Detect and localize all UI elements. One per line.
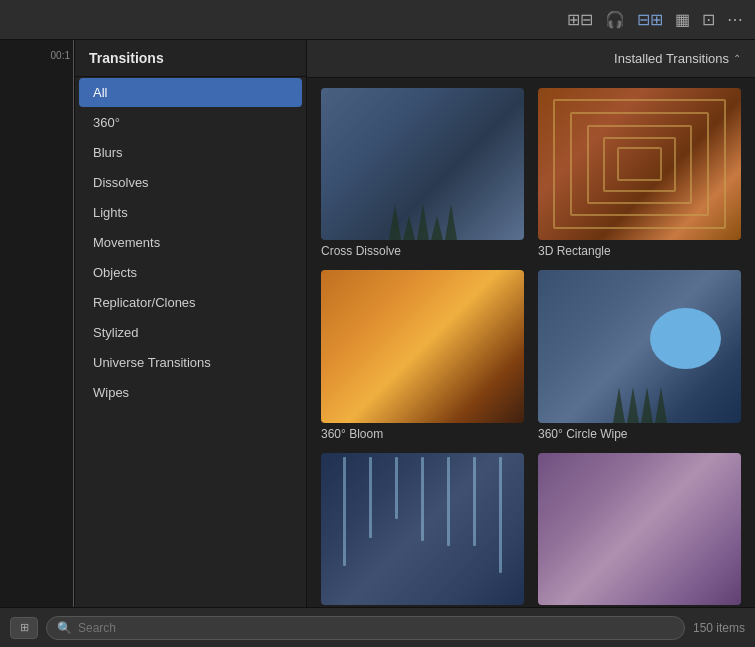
grid-label-360-circle-wipe: 360° Circle Wipe <box>538 427 741 441</box>
library-icon: ⊞ <box>20 621 29 634</box>
toolbar: ⊞⊟ 🎧 ⊟⊞ ▦ ⊡ ⋯ <box>0 0 755 40</box>
search-icon: 🔍 <box>57 621 72 635</box>
installed-label-text: Installed Transitions <box>614 51 729 66</box>
toolbar-icon-film[interactable]: ▦ <box>675 10 690 29</box>
sidebar-item-universe[interactable]: Universe Transitions <box>79 348 302 377</box>
toolbar-icon-expand[interactable]: ⋯ <box>727 10 743 29</box>
grid-label-3d-rectangle: 3D Rectangle <box>538 244 741 258</box>
track-line <box>73 40 74 607</box>
sidebar-list: All360°BlursDissolvesLightsMovementsObje… <box>75 77 306 607</box>
toolbar-icon-headphones[interactable]: 🎧 <box>605 10 625 29</box>
grid-item-cross-dissolve[interactable]: Cross Dissolve <box>321 88 524 258</box>
sidebar-item-360[interactable]: 360° <box>79 108 302 137</box>
thumbnail-360-circle-wipe <box>538 270 741 422</box>
grid-item-360-gaussian-blur[interactable]: 360° Gaussian Blur <box>538 453 741 608</box>
chevron-down-icon: ⌃ <box>733 53 741 64</box>
sidebar-item-wipes[interactable]: Wipes <box>79 378 302 407</box>
sidebar: Transitions All360°BlursDissolvesLightsM… <box>75 40 307 607</box>
show-library-button[interactable]: ⊞ <box>10 617 38 639</box>
toolbar-icon-1[interactable]: ⊞⊟ <box>567 10 593 29</box>
grid-item-360-divide[interactable]: 360° Divide <box>321 453 524 608</box>
grid-item-360-circle-wipe[interactable]: 360° Circle Wipe <box>538 270 741 440</box>
content-header: Installed Transitions ⌃ <box>307 40 755 78</box>
track-timecode: 00:1 <box>51 50 70 61</box>
item-count: 150 items <box>693 621 745 635</box>
sidebar-item-objects[interactable]: Objects <box>79 258 302 287</box>
main-area: 00:1 Transitions All360°BlursDissolvesLi… <box>0 40 755 607</box>
grid-label-cross-dissolve: Cross Dissolve <box>321 244 524 258</box>
grid-label-360-bloom: 360° Bloom <box>321 427 524 441</box>
sidebar-item-dissolves[interactable]: Dissolves <box>79 168 302 197</box>
thumbnail-3d-rectangle <box>538 88 741 240</box>
grid-item-3d-rectangle[interactable]: 3D Rectangle <box>538 88 741 258</box>
toolbar-icon-grid[interactable]: ⊟⊞ <box>637 10 663 29</box>
thumbnail-360-divide <box>321 453 524 605</box>
toolbar-icon-window[interactable]: ⊡ <box>702 10 715 29</box>
bottom-bar: ⊞ 🔍 150 items <box>0 607 755 647</box>
transitions-grid: Cross Dissolve3D Rectangle360° Bloom360°… <box>307 78 755 607</box>
thumbnail-360-gaussian-blur <box>538 453 741 605</box>
grid-item-360-bloom[interactable]: 360° Bloom <box>321 270 524 440</box>
sidebar-item-replicator[interactable]: Replicator/Clones <box>79 288 302 317</box>
sidebar-item-movements[interactable]: Movements <box>79 228 302 257</box>
sidebar-item-stylized[interactable]: Stylized <box>79 318 302 347</box>
installed-transitions-dropdown[interactable]: Installed Transitions ⌃ <box>614 51 741 66</box>
thumbnail-cross-dissolve <box>321 88 524 240</box>
sidebar-item-all[interactable]: All <box>79 78 302 107</box>
sidebar-title: Transitions <box>75 40 306 77</box>
search-input[interactable] <box>78 621 674 635</box>
track-area: 00:1 <box>0 40 75 607</box>
thumbnail-360-bloom <box>321 270 524 422</box>
sidebar-item-blurs[interactable]: Blurs <box>79 138 302 167</box>
sidebar-item-lights[interactable]: Lights <box>79 198 302 227</box>
content-panel: Installed Transitions ⌃ Cross Dissolve3D… <box>307 40 755 607</box>
search-box[interactable]: 🔍 <box>46 616 685 640</box>
